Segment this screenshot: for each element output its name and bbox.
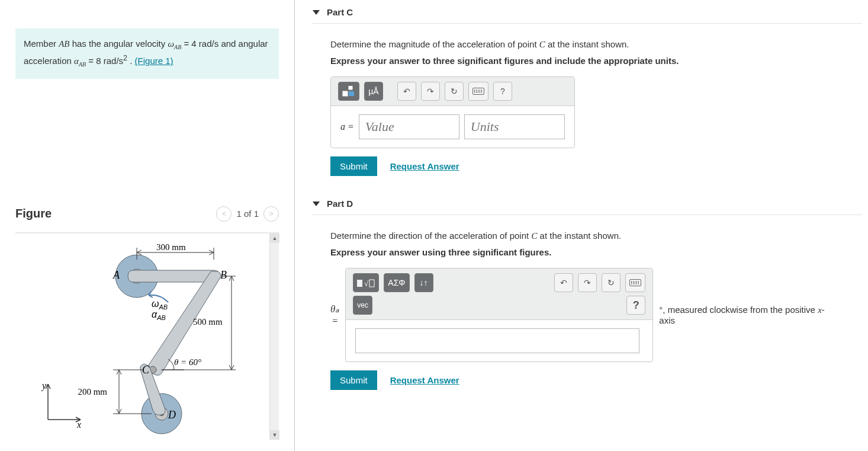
reset-button[interactable]: ↻ bbox=[445, 82, 464, 101]
request-answer-link[interactable]: Request Answer bbox=[390, 161, 459, 171]
part-d-instruction: Express your answer using three signific… bbox=[330, 247, 862, 257]
part-d-title: Part D bbox=[327, 199, 353, 209]
equals-label: = bbox=[330, 315, 339, 327]
var-omega: ω bbox=[168, 39, 174, 49]
point-c-label: C bbox=[142, 364, 150, 376]
math-templates-button[interactable]: √ bbox=[353, 273, 379, 292]
svg-rect-11 bbox=[357, 280, 362, 287]
units-input[interactable] bbox=[464, 114, 565, 139]
undo-button[interactable]: ↶ bbox=[554, 273, 573, 292]
figure-pager: < 1 of 1 > bbox=[216, 206, 279, 222]
part-d-prompt: Determine the direction of the accelerat… bbox=[330, 231, 862, 241]
caret-down-icon[interactable] bbox=[313, 10, 320, 15]
vec-button[interactable]: vec bbox=[353, 296, 372, 315]
scroll-up-icon[interactable]: ▲ bbox=[270, 234, 279, 243]
request-answer-link[interactable]: Request Answer bbox=[390, 375, 459, 385]
keyboard-button[interactable] bbox=[468, 82, 488, 101]
point-b-label: B bbox=[220, 269, 227, 281]
svg-rect-10 bbox=[349, 86, 352, 89]
var-omega-sub: AB bbox=[174, 44, 181, 50]
figure-link[interactable]: (Figure 1) bbox=[135, 56, 173, 66]
dim-200: 200 mm bbox=[78, 387, 107, 396]
reset-button[interactable]: ↻ bbox=[602, 273, 621, 292]
help-button[interactable]: ? bbox=[493, 82, 512, 101]
svg-rect-13 bbox=[369, 280, 374, 287]
axis-y-label: y bbox=[41, 380, 47, 391]
alpha-value: = 8 rad/s bbox=[86, 56, 123, 66]
units-button[interactable]: µÅ bbox=[364, 82, 383, 101]
theta-input[interactable] bbox=[355, 328, 639, 353]
subscript-button[interactable]: ↓↑ bbox=[414, 273, 433, 292]
var-member: AB bbox=[59, 39, 69, 49]
omega-value: = 4 rad/s bbox=[181, 39, 218, 49]
unit-suffix: °, measured clockwise from the positive … bbox=[659, 305, 837, 325]
keyboard-icon bbox=[472, 88, 484, 95]
part-d-header[interactable]: Part D bbox=[313, 191, 862, 215]
scroll-down-icon[interactable]: ▼ bbox=[270, 430, 279, 440]
pager-next-button[interactable]: > bbox=[263, 206, 279, 222]
greek-button[interactable]: ΑΣΦ bbox=[384, 273, 409, 292]
svg-rect-8 bbox=[343, 91, 348, 96]
mechanism-diagram: y x bbox=[15, 236, 270, 431]
part-c-instruction: Express your answer to three significant… bbox=[330, 56, 862, 66]
submit-button[interactable]: Submit bbox=[330, 370, 377, 390]
templates-button[interactable] bbox=[338, 82, 359, 101]
point-a-label: A bbox=[112, 269, 120, 281]
redo-button[interactable]: ↷ bbox=[421, 82, 440, 101]
variable-theta-label: θₐ bbox=[330, 303, 339, 315]
problem-statement: Member AB has the angular velocity ωAB =… bbox=[15, 28, 279, 79]
submit-button[interactable]: Submit bbox=[330, 156, 377, 176]
part-c-header[interactable]: Part C bbox=[313, 0, 862, 24]
dim-500: 500 mm bbox=[193, 317, 223, 327]
omega-label: ωAB bbox=[152, 299, 168, 311]
point-d-label: D bbox=[168, 409, 176, 421]
alpha-label: αAB bbox=[152, 309, 166, 321]
theta-label: θ = 60° bbox=[174, 357, 201, 367]
help-button[interactable]: ? bbox=[626, 296, 645, 315]
text: Member bbox=[24, 39, 59, 49]
keyboard-icon bbox=[629, 279, 641, 286]
part-c-prompt: Determine the magnitude of the accelerat… bbox=[330, 39, 862, 50]
scrollbar[interactable]: ▲ ▼ bbox=[269, 234, 279, 440]
redo-button[interactable]: ↷ bbox=[578, 273, 597, 292]
dim-300: 300 mm bbox=[156, 242, 186, 252]
caret-down-icon[interactable] bbox=[313, 201, 320, 206]
figure-heading: Figure bbox=[15, 207, 52, 220]
part-c-title: Part C bbox=[327, 7, 353, 17]
axis-x-label: x bbox=[76, 420, 81, 430]
undo-button[interactable]: ↶ bbox=[397, 82, 416, 101]
figure-area: ▲ ▼ y x bbox=[15, 232, 279, 440]
value-input[interactable] bbox=[359, 114, 459, 139]
pager-prev-button[interactable]: < bbox=[216, 206, 232, 222]
text: . bbox=[127, 56, 135, 66]
var-alpha: α bbox=[74, 56, 79, 66]
text: has the angular velocity bbox=[70, 39, 168, 49]
svg-text:√: √ bbox=[364, 279, 369, 288]
var-alpha-sub: AB bbox=[79, 61, 86, 68]
pager-text: 1 of 1 bbox=[236, 209, 259, 219]
part-d-answer-panel: √ ΑΣΦ ↓↑ ↶ ↷ ↻ vec ? bbox=[345, 268, 653, 362]
part-c-answer-panel: µÅ ↶ ↷ ↻ ? a = bbox=[330, 76, 575, 148]
variable-a-label: a = bbox=[340, 121, 354, 132]
keyboard-button[interactable] bbox=[625, 273, 645, 292]
svg-rect-9 bbox=[349, 91, 354, 96]
